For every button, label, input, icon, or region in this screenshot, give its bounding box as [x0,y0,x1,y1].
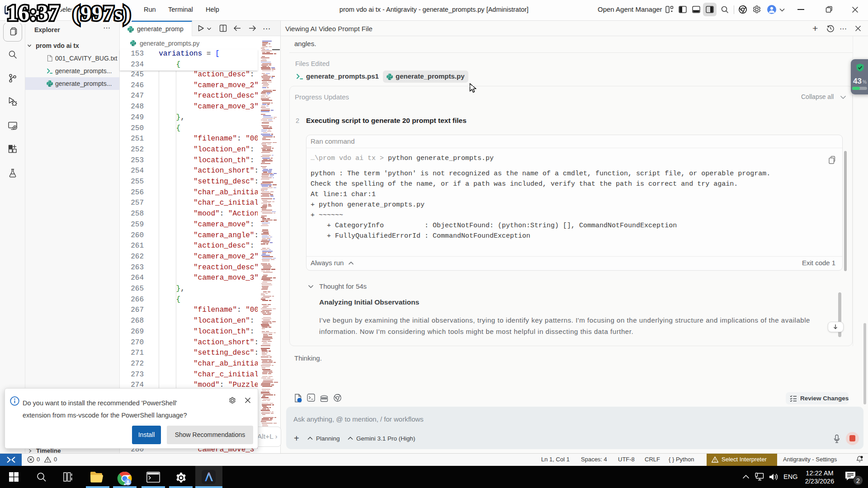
svg-text:16:37: 16:37 [7,0,60,25]
svg-text:(997s): (997s) [73,1,131,25]
